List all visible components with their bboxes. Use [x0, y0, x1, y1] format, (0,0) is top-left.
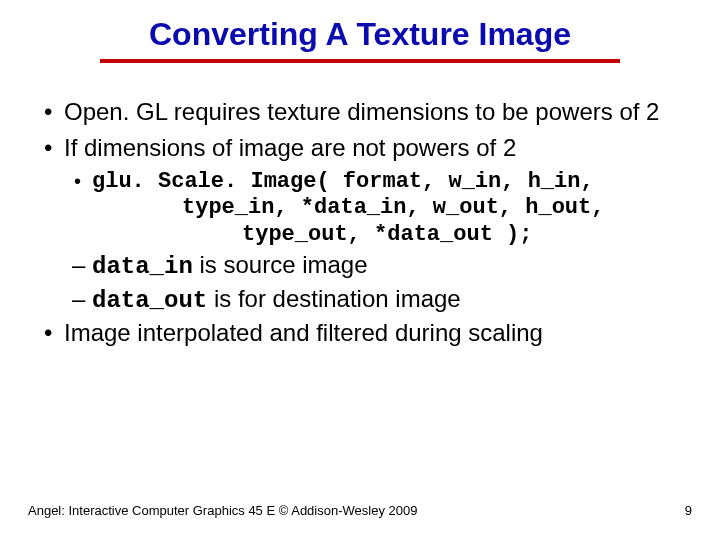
sub-list: glu. Scale. Image( format, w_in, h_in, t…: [68, 169, 686, 316]
dash-2-code: data_out: [92, 287, 207, 314]
code-line-1: glu. Scale. Image( format, w_in, h_in,: [92, 169, 686, 195]
title-rule: [100, 59, 620, 63]
bullet-3: Image interpolated and filtered during s…: [34, 318, 686, 348]
code-line-2: type_in, *data_in, w_out, h_out,: [92, 195, 686, 221]
slide-title: Converting A Texture Image: [28, 16, 692, 53]
code-line-3: type_out, *data_out );: [92, 222, 686, 248]
dash-1-code: data_in: [92, 253, 193, 280]
dash-2: data_out is for destination image: [68, 284, 686, 316]
footer-text: Angel: Interactive Computer Graphics 45 …: [28, 503, 417, 518]
code-block: glu. Scale. Image( format, w_in, h_in, t…: [92, 169, 686, 248]
dash-1-text: is source image: [193, 251, 368, 278]
slide: Converting A Texture Image Open. GL requ…: [0, 0, 720, 540]
dash-1: data_in is source image: [68, 250, 686, 282]
bullet-1: Open. GL requires texture dimensions to …: [34, 97, 686, 127]
sub-bullet-code: glu. Scale. Image( format, w_in, h_in, t…: [68, 169, 686, 248]
bullet-2: If dimensions of image are not powers of…: [34, 133, 686, 163]
slide-content: Open. GL requires texture dimensions to …: [28, 97, 692, 348]
dash-2-text: is for destination image: [207, 285, 460, 312]
page-number: 9: [685, 503, 692, 518]
